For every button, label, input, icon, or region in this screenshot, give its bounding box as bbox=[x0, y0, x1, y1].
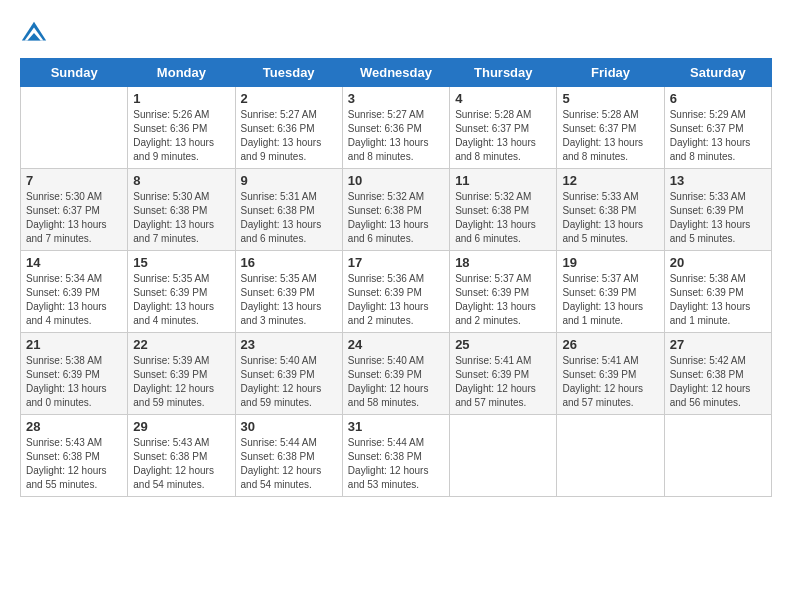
day-info: Sunrise: 5:44 AM Sunset: 6:38 PM Dayligh… bbox=[241, 436, 337, 492]
calendar-cell: 19Sunrise: 5:37 AM Sunset: 6:39 PM Dayli… bbox=[557, 251, 664, 333]
calendar-week-row: 7Sunrise: 5:30 AM Sunset: 6:37 PM Daylig… bbox=[21, 169, 772, 251]
day-number: 20 bbox=[670, 255, 766, 270]
calendar-cell: 15Sunrise: 5:35 AM Sunset: 6:39 PM Dayli… bbox=[128, 251, 235, 333]
day-info: Sunrise: 5:38 AM Sunset: 6:39 PM Dayligh… bbox=[26, 354, 122, 410]
page-header bbox=[20, 20, 772, 48]
calendar-cell: 26Sunrise: 5:41 AM Sunset: 6:39 PM Dayli… bbox=[557, 333, 664, 415]
logo bbox=[20, 20, 52, 48]
day-info: Sunrise: 5:31 AM Sunset: 6:38 PM Dayligh… bbox=[241, 190, 337, 246]
calendar-cell: 10Sunrise: 5:32 AM Sunset: 6:38 PM Dayli… bbox=[342, 169, 449, 251]
calendar-cell bbox=[450, 415, 557, 497]
day-info: Sunrise: 5:30 AM Sunset: 6:37 PM Dayligh… bbox=[26, 190, 122, 246]
day-number: 28 bbox=[26, 419, 122, 434]
calendar-cell: 30Sunrise: 5:44 AM Sunset: 6:38 PM Dayli… bbox=[235, 415, 342, 497]
day-number: 10 bbox=[348, 173, 444, 188]
day-number: 13 bbox=[670, 173, 766, 188]
calendar-cell: 17Sunrise: 5:36 AM Sunset: 6:39 PM Dayli… bbox=[342, 251, 449, 333]
day-info: Sunrise: 5:32 AM Sunset: 6:38 PM Dayligh… bbox=[455, 190, 551, 246]
day-info: Sunrise: 5:27 AM Sunset: 6:36 PM Dayligh… bbox=[241, 108, 337, 164]
day-info: Sunrise: 5:33 AM Sunset: 6:39 PM Dayligh… bbox=[670, 190, 766, 246]
calendar-cell bbox=[21, 87, 128, 169]
day-info: Sunrise: 5:32 AM Sunset: 6:38 PM Dayligh… bbox=[348, 190, 444, 246]
day-number: 30 bbox=[241, 419, 337, 434]
day-info: Sunrise: 5:26 AM Sunset: 6:36 PM Dayligh… bbox=[133, 108, 229, 164]
calendar-cell: 29Sunrise: 5:43 AM Sunset: 6:38 PM Dayli… bbox=[128, 415, 235, 497]
day-info: Sunrise: 5:28 AM Sunset: 6:37 PM Dayligh… bbox=[455, 108, 551, 164]
day-info: Sunrise: 5:40 AM Sunset: 6:39 PM Dayligh… bbox=[241, 354, 337, 410]
day-number: 29 bbox=[133, 419, 229, 434]
header-wednesday: Wednesday bbox=[342, 59, 449, 87]
header-tuesday: Tuesday bbox=[235, 59, 342, 87]
day-info: Sunrise: 5:36 AM Sunset: 6:39 PM Dayligh… bbox=[348, 272, 444, 328]
calendar-cell: 1Sunrise: 5:26 AM Sunset: 6:36 PM Daylig… bbox=[128, 87, 235, 169]
day-number: 12 bbox=[562, 173, 658, 188]
day-number: 1 bbox=[133, 91, 229, 106]
day-number: 14 bbox=[26, 255, 122, 270]
day-info: Sunrise: 5:37 AM Sunset: 6:39 PM Dayligh… bbox=[455, 272, 551, 328]
day-number: 11 bbox=[455, 173, 551, 188]
day-number: 5 bbox=[562, 91, 658, 106]
calendar-cell: 20Sunrise: 5:38 AM Sunset: 6:39 PM Dayli… bbox=[664, 251, 771, 333]
calendar-cell: 2Sunrise: 5:27 AM Sunset: 6:36 PM Daylig… bbox=[235, 87, 342, 169]
day-info: Sunrise: 5:43 AM Sunset: 6:38 PM Dayligh… bbox=[26, 436, 122, 492]
calendar-cell: 22Sunrise: 5:39 AM Sunset: 6:39 PM Dayli… bbox=[128, 333, 235, 415]
calendar-cell: 13Sunrise: 5:33 AM Sunset: 6:39 PM Dayli… bbox=[664, 169, 771, 251]
calendar-cell: 18Sunrise: 5:37 AM Sunset: 6:39 PM Dayli… bbox=[450, 251, 557, 333]
day-info: Sunrise: 5:40 AM Sunset: 6:39 PM Dayligh… bbox=[348, 354, 444, 410]
calendar-week-row: 28Sunrise: 5:43 AM Sunset: 6:38 PM Dayli… bbox=[21, 415, 772, 497]
day-info: Sunrise: 5:35 AM Sunset: 6:39 PM Dayligh… bbox=[241, 272, 337, 328]
calendar-cell: 3Sunrise: 5:27 AM Sunset: 6:36 PM Daylig… bbox=[342, 87, 449, 169]
day-info: Sunrise: 5:29 AM Sunset: 6:37 PM Dayligh… bbox=[670, 108, 766, 164]
calendar-cell: 16Sunrise: 5:35 AM Sunset: 6:39 PM Dayli… bbox=[235, 251, 342, 333]
calendar-cell: 5Sunrise: 5:28 AM Sunset: 6:37 PM Daylig… bbox=[557, 87, 664, 169]
day-number: 23 bbox=[241, 337, 337, 352]
day-info: Sunrise: 5:44 AM Sunset: 6:38 PM Dayligh… bbox=[348, 436, 444, 492]
calendar-header-row: SundayMondayTuesdayWednesdayThursdayFrid… bbox=[21, 59, 772, 87]
calendar-cell: 12Sunrise: 5:33 AM Sunset: 6:38 PM Dayli… bbox=[557, 169, 664, 251]
day-number: 9 bbox=[241, 173, 337, 188]
calendar-cell: 27Sunrise: 5:42 AM Sunset: 6:38 PM Dayli… bbox=[664, 333, 771, 415]
header-saturday: Saturday bbox=[664, 59, 771, 87]
day-number: 31 bbox=[348, 419, 444, 434]
calendar-cell bbox=[557, 415, 664, 497]
calendar-cell: 6Sunrise: 5:29 AM Sunset: 6:37 PM Daylig… bbox=[664, 87, 771, 169]
day-number: 27 bbox=[670, 337, 766, 352]
day-info: Sunrise: 5:39 AM Sunset: 6:39 PM Dayligh… bbox=[133, 354, 229, 410]
day-number: 17 bbox=[348, 255, 444, 270]
header-friday: Friday bbox=[557, 59, 664, 87]
calendar-cell: 28Sunrise: 5:43 AM Sunset: 6:38 PM Dayli… bbox=[21, 415, 128, 497]
day-info: Sunrise: 5:27 AM Sunset: 6:36 PM Dayligh… bbox=[348, 108, 444, 164]
calendar-cell: 21Sunrise: 5:38 AM Sunset: 6:39 PM Dayli… bbox=[21, 333, 128, 415]
day-info: Sunrise: 5:28 AM Sunset: 6:37 PM Dayligh… bbox=[562, 108, 658, 164]
day-number: 18 bbox=[455, 255, 551, 270]
calendar-cell: 31Sunrise: 5:44 AM Sunset: 6:38 PM Dayli… bbox=[342, 415, 449, 497]
day-info: Sunrise: 5:38 AM Sunset: 6:39 PM Dayligh… bbox=[670, 272, 766, 328]
calendar-week-row: 21Sunrise: 5:38 AM Sunset: 6:39 PM Dayli… bbox=[21, 333, 772, 415]
logo-icon bbox=[20, 20, 48, 48]
calendar-week-row: 1Sunrise: 5:26 AM Sunset: 6:36 PM Daylig… bbox=[21, 87, 772, 169]
day-number: 8 bbox=[133, 173, 229, 188]
calendar-cell: 23Sunrise: 5:40 AM Sunset: 6:39 PM Dayli… bbox=[235, 333, 342, 415]
calendar-cell bbox=[664, 415, 771, 497]
day-number: 21 bbox=[26, 337, 122, 352]
header-sunday: Sunday bbox=[21, 59, 128, 87]
calendar-cell: 14Sunrise: 5:34 AM Sunset: 6:39 PM Dayli… bbox=[21, 251, 128, 333]
day-number: 2 bbox=[241, 91, 337, 106]
day-info: Sunrise: 5:35 AM Sunset: 6:39 PM Dayligh… bbox=[133, 272, 229, 328]
calendar-cell: 9Sunrise: 5:31 AM Sunset: 6:38 PM Daylig… bbox=[235, 169, 342, 251]
day-number: 19 bbox=[562, 255, 658, 270]
calendar-cell: 8Sunrise: 5:30 AM Sunset: 6:38 PM Daylig… bbox=[128, 169, 235, 251]
calendar-cell: 7Sunrise: 5:30 AM Sunset: 6:37 PM Daylig… bbox=[21, 169, 128, 251]
day-info: Sunrise: 5:43 AM Sunset: 6:38 PM Dayligh… bbox=[133, 436, 229, 492]
day-number: 3 bbox=[348, 91, 444, 106]
calendar-cell: 25Sunrise: 5:41 AM Sunset: 6:39 PM Dayli… bbox=[450, 333, 557, 415]
calendar-table: SundayMondayTuesdayWednesdayThursdayFrid… bbox=[20, 58, 772, 497]
day-number: 22 bbox=[133, 337, 229, 352]
day-number: 16 bbox=[241, 255, 337, 270]
header-monday: Monday bbox=[128, 59, 235, 87]
day-number: 24 bbox=[348, 337, 444, 352]
header-thursday: Thursday bbox=[450, 59, 557, 87]
day-info: Sunrise: 5:41 AM Sunset: 6:39 PM Dayligh… bbox=[455, 354, 551, 410]
calendar-cell: 4Sunrise: 5:28 AM Sunset: 6:37 PM Daylig… bbox=[450, 87, 557, 169]
day-number: 15 bbox=[133, 255, 229, 270]
